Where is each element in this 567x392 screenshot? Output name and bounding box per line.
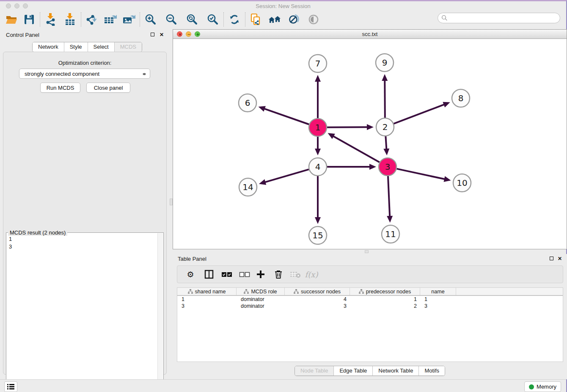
show-hide-eye-icon[interactable] xyxy=(306,12,321,27)
column-header-successor-nodes[interactable]: successor nodes xyxy=(285,288,350,295)
splitter-grip[interactable] xyxy=(170,199,173,205)
table-tabs: Node TableEdge TableNetwork TableMotifs xyxy=(295,366,445,376)
graph-edge-1-6[interactable] xyxy=(264,108,309,124)
tab-style[interactable]: Style xyxy=(64,42,88,52)
column-header-predecessor-nodes[interactable]: predecessor nodes xyxy=(350,288,420,295)
graph-edge-1-2[interactable] xyxy=(327,127,368,127)
zoom-in-icon[interactable] xyxy=(143,12,158,27)
mcds-result-text[interactable]: 1 3 xyxy=(7,235,157,392)
table-row[interactable]: 3dominator323 xyxy=(177,303,563,309)
table-cell[interactable]: 4 xyxy=(285,296,350,303)
delete-table-icon[interactable] xyxy=(289,268,302,281)
table-cell[interactable]: 1 xyxy=(350,296,420,303)
run-mcds-button[interactable]: Run MCDS xyxy=(40,83,80,93)
refresh-icon[interactable] xyxy=(227,12,242,27)
export-network-icon[interactable] xyxy=(85,12,99,27)
graph-edge-arrowhead xyxy=(259,179,266,185)
tab-node-table[interactable]: Node Table xyxy=(295,366,334,375)
deselect-all-icon[interactable] xyxy=(238,268,251,281)
table-settings-gear-icon[interactable]: ⚙ xyxy=(184,268,197,281)
graph-node-label: 10 xyxy=(457,178,467,188)
add-column-icon[interactable] xyxy=(254,268,267,281)
column-header-shared-name[interactable]: shared name xyxy=(177,288,237,295)
table-toolbar: ⚙ f(x) xyxy=(177,265,563,283)
tab-mcds[interactable]: MCDS xyxy=(114,42,142,52)
optimization-criterion-select[interactable]: strongly connected component xyxy=(19,69,150,79)
memory-button[interactable]: Memory xyxy=(524,381,561,392)
table-cell[interactable]: 1 xyxy=(420,296,456,303)
tab-network-table[interactable]: Network Table xyxy=(372,366,418,375)
table-cell[interactable]: 3 xyxy=(285,303,350,309)
column-header-MCDS-role[interactable]: MCDS role xyxy=(237,288,285,295)
graph-edge-arrowhead xyxy=(369,164,376,170)
table-cell[interactable]: dominator xyxy=(237,303,285,309)
table-row[interactable]: 1dominator411 xyxy=(177,296,563,303)
graph-edge-4-14[interactable] xyxy=(264,169,308,182)
close-panel-button[interactable]: Close panel xyxy=(86,83,130,93)
apply-style-icon[interactable] xyxy=(287,12,301,27)
tab-network[interactable]: Network xyxy=(33,42,64,52)
graph-node-label: 14 xyxy=(242,182,253,192)
search-box xyxy=(438,13,560,23)
graph-edge-arrowhead xyxy=(443,102,450,108)
graph-edge-arrowhead xyxy=(315,75,321,82)
network-window-titlebar[interactable]: scc.txt xyxy=(173,30,567,39)
tab-motifs[interactable]: Motifs xyxy=(418,366,445,375)
clone-network-icon[interactable] xyxy=(249,12,263,27)
column-header-label: successor nodes xyxy=(301,289,341,295)
mcds-result-box: MCDS result (2 nodes) 1 3 xyxy=(6,232,164,392)
table-cell[interactable]: 3 xyxy=(177,303,237,309)
zoom-out-icon[interactable] xyxy=(164,12,179,27)
graph-edge-arrowhead xyxy=(443,176,451,182)
open-session-icon[interactable] xyxy=(4,12,19,27)
graph-edge-3-11[interactable] xyxy=(388,176,390,217)
graph-edge-arrowhead xyxy=(315,217,321,224)
graph-edge-3-10[interactable] xyxy=(397,169,446,179)
network-window: scc.txt 7968124314101511 xyxy=(173,29,567,249)
zoom-fit-icon[interactable] xyxy=(185,12,199,27)
tab-edge-table[interactable]: Edge Table xyxy=(333,366,372,375)
table-cell[interactable]: 1 xyxy=(177,296,237,303)
graph-node-label: 11 xyxy=(385,229,396,239)
graph-edge-2-8[interactable] xyxy=(394,104,445,124)
close-table-panel-icon[interactable]: ✕ xyxy=(557,256,563,262)
table-cell[interactable]: 3 xyxy=(420,303,456,309)
function-builder-icon[interactable]: f(x) xyxy=(305,268,318,281)
mcds-panel: Optimization criterion: strongly connect… xyxy=(3,52,167,375)
vertical-splitter[interactable] xyxy=(170,29,173,379)
table-cell[interactable]: dominator xyxy=(237,296,285,303)
column-header-name[interactable]: name xyxy=(420,288,456,295)
dropdown-stepper-icon xyxy=(142,71,146,77)
zoom-selected-icon[interactable] xyxy=(206,12,220,27)
table-body: 1dominator4113dominator323 xyxy=(177,296,563,309)
export-table-icon[interactable] xyxy=(103,12,118,27)
control-panel-tabs: NetworkStyleSelectMCDS xyxy=(32,42,142,52)
graph-edge-2-3[interactable] xyxy=(385,136,386,150)
task-history-button[interactable] xyxy=(4,381,17,392)
control-panel-title: Control Panel xyxy=(6,32,39,38)
export-image-icon[interactable] xyxy=(122,12,136,27)
table-panel-title: Table Panel xyxy=(178,256,206,262)
graph-edge-2-9[interactable] xyxy=(385,80,385,118)
import-table-icon[interactable] xyxy=(63,12,77,27)
import-network-icon[interactable] xyxy=(44,12,58,27)
float-table-panel-icon[interactable] xyxy=(548,256,554,262)
network-canvas[interactable]: 7968124314101511 xyxy=(173,39,567,249)
memory-label: Memory xyxy=(537,384,556,390)
graph-edge-3-1[interactable] xyxy=(333,136,380,163)
select-all-icon[interactable] xyxy=(220,268,233,281)
result-scrollbar[interactable] xyxy=(157,233,163,392)
tab-select[interactable]: Select xyxy=(88,42,114,52)
horizontal-splitter-grip[interactable] xyxy=(365,250,369,253)
close-panel-icon[interactable]: ✕ xyxy=(159,32,165,38)
first-neighbors-icon[interactable] xyxy=(267,12,282,27)
status-bar: Memory xyxy=(0,379,566,392)
save-session-icon[interactable] xyxy=(22,12,36,27)
delete-column-icon[interactable] xyxy=(272,268,285,281)
graph-node-label: 1 xyxy=(315,122,321,133)
table-cell[interactable]: 2 xyxy=(350,303,420,309)
float-panel-icon[interactable] xyxy=(149,32,155,38)
show-columns-icon[interactable] xyxy=(203,268,215,281)
search-icon xyxy=(441,15,448,21)
search-input[interactable] xyxy=(448,14,560,22)
